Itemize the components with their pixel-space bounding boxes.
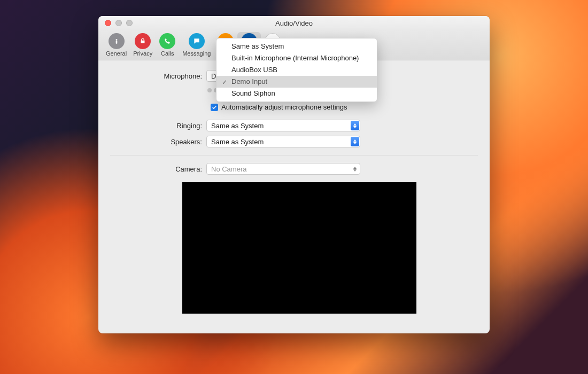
tab-label: General (106, 50, 127, 57)
option-label: Same as System (231, 42, 284, 50)
chevron-updown-icon (351, 164, 359, 174)
tab-label: Calls (161, 50, 174, 57)
tab-privacy[interactable]: Privacy (130, 32, 156, 59)
option-label: Demo Input (231, 77, 267, 85)
dropdown-option[interactable]: AudioBox USB (216, 64, 377, 76)
phone-icon (159, 33, 175, 49)
info-icon (109, 33, 125, 49)
option-label: Sound Siphon (231, 89, 275, 97)
speakers-value: Same as System (211, 138, 264, 146)
auto-adjust-checkbox[interactable] (211, 104, 218, 111)
option-label: Built-in Microphone (Internal Microphone… (231, 54, 359, 62)
lock-icon (135, 33, 151, 49)
microphone-dropdown[interactable]: Same as System Built-in Microphone (Inte… (216, 38, 377, 102)
tab-label: Messaging (182, 50, 211, 57)
chevron-updown-icon (351, 137, 359, 146)
speakers-label: Speakers: (110, 138, 206, 146)
option-label: AudioBox USB (231, 66, 277, 74)
zoom-icon[interactable] (126, 20, 133, 26)
tab-general[interactable]: General (103, 32, 130, 59)
check-icon (212, 105, 217, 110)
chevron-updown-icon (351, 121, 359, 130)
camera-select[interactable]: No Camera (206, 163, 360, 175)
tab-calls[interactable]: Calls (156, 32, 179, 59)
camera-label: Camera: (110, 165, 206, 173)
chat-icon (189, 33, 205, 49)
minimize-icon[interactable] (115, 20, 122, 26)
camera-value: No Camera (211, 165, 246, 173)
camera-preview (182, 182, 416, 314)
dropdown-option[interactable]: Built-in Microphone (Internal Microphone… (216, 52, 377, 64)
divider (110, 155, 478, 155)
ringing-select[interactable]: Same as System (206, 120, 360, 131)
dropdown-option-selected[interactable]: ✓ Demo Input (216, 76, 377, 88)
window-title: Audio/Video (98, 19, 490, 27)
svg-rect-1 (115, 41, 117, 43)
auto-adjust-label: Automatically adjust microphone settings (221, 103, 347, 111)
svg-rect-0 (115, 39, 117, 41)
dropdown-option[interactable]: Same as System (216, 41, 377, 52)
tab-label: Privacy (133, 50, 152, 57)
close-icon[interactable] (105, 20, 111, 26)
titlebar: Audio/Video (98, 16, 490, 30)
speakers-select[interactable]: Same as System (206, 136, 360, 147)
microphone-label: Microphone: (110, 72, 206, 80)
check-icon: ✓ (222, 77, 227, 87)
window-controls (98, 20, 133, 26)
ringing-value: Same as System (211, 122, 264, 130)
tab-messaging[interactable]: Messaging (179, 32, 214, 59)
ringing-label: Ringing: (110, 122, 206, 130)
dropdown-option[interactable]: Sound Siphon (216, 88, 377, 99)
